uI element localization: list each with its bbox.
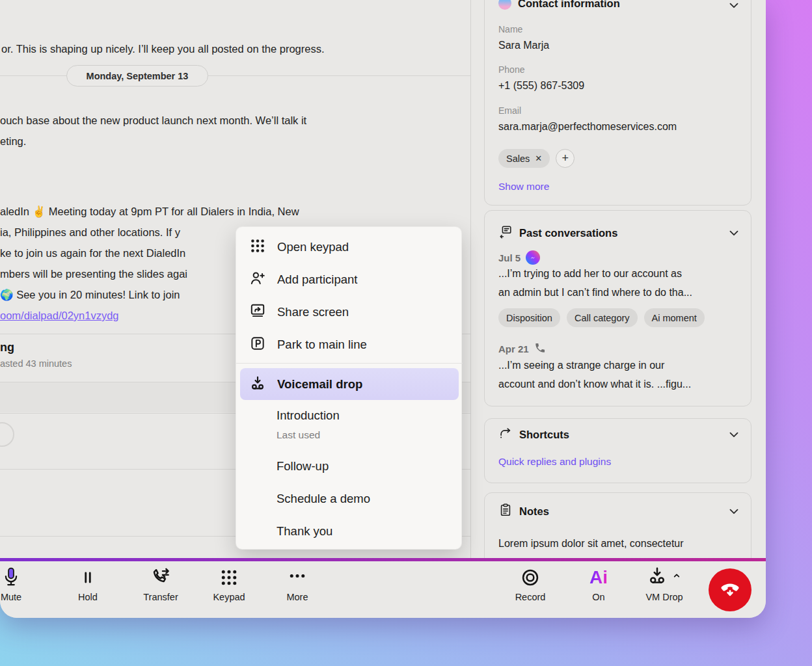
call-category-tag[interactable]: Call category: [567, 308, 638, 327]
phone-label: Phone: [498, 64, 524, 75]
contact-email: sara.marja@perfecthomeservices.com: [498, 121, 677, 133]
call-actions-menu: Open keypad Add participant Share screen…: [236, 226, 462, 550]
chat-message-line: ia, Philippines and other locations. If …: [0, 226, 180, 239]
menu-item-label: Voicemail drop: [277, 377, 362, 392]
conversation-preview[interactable]: account and don’t know what it is. ...fi…: [498, 379, 691, 390]
meeting-join-link[interactable]: oom/dialpad/02yn1vzydg: [0, 310, 119, 322]
avatar: [0, 422, 14, 447]
keypad-button[interactable]: Keypad: [204, 565, 254, 612]
button-label: Keypad: [213, 592, 245, 602]
voicemail-option-introduction[interactable]: Introduction: [277, 408, 340, 423]
hold-button[interactable]: Hold: [63, 565, 113, 612]
button-label: Hold: [78, 592, 98, 602]
chat-message-line: 🌍 See you in 20 minutes! Link to join: [0, 289, 180, 301]
disposition-tag[interactable]: Disposition: [498, 308, 560, 327]
menu-item-label: Add participant: [277, 273, 357, 287]
transfer-call-icon: [149, 565, 172, 590]
date-text: Jul 5: [498, 252, 521, 263]
chevron-down-icon[interactable]: [727, 226, 741, 243]
menu-divider: [236, 363, 463, 364]
callbar-accent-line: [0, 558, 766, 561]
chat-message-line: mbers will be presenting the slides agai: [0, 268, 187, 280]
notes-icon: [498, 503, 513, 520]
chat-message: or. This is shaping up nicely. I’ll keep…: [1, 43, 325, 55]
card-title: Notes: [519, 505, 549, 518]
contact-avatar: [498, 0, 511, 10]
shortcuts-icon: [498, 426, 513, 443]
chevron-down-icon[interactable]: [727, 504, 741, 521]
call-entry-title: ng: [0, 341, 14, 354]
past-conversations-icon: [498, 224, 513, 241]
ai-toggle-button[interactable]: Ai On: [574, 565, 623, 612]
date-text: Apr 21: [498, 343, 529, 354]
shortcuts-card: Shortcuts Quick replies and plugins: [484, 418, 751, 483]
vm-drop-button[interactable]: VM Drop: [632, 565, 697, 612]
voicemail-option-thank-you[interactable]: Thank you: [277, 524, 332, 539]
messenger-icon: [526, 250, 540, 265]
menu-item-label: Share screen: [277, 305, 349, 319]
ai-logo: Ai: [589, 565, 608, 590]
phone-call-icon: [534, 342, 546, 356]
notes-text-line[interactable]: Lorem ipsum dolor sit amet, consectetur: [498, 538, 684, 550]
conversation-preview[interactable]: ...I’m trying to add her to our account …: [498, 268, 682, 280]
voicemail-option-follow-up[interactable]: Follow-up: [277, 459, 329, 473]
add-participant-icon: [249, 270, 266, 289]
more-button[interactable]: More: [273, 565, 322, 612]
shortcuts-header[interactable]: Shortcuts: [498, 426, 569, 443]
end-call-button[interactable]: [709, 568, 751, 611]
mute-button[interactable]: Mute: [0, 565, 36, 612]
menu-item-add-participant[interactable]: Add participant: [249, 263, 357, 296]
menu-item-open-keypad[interactable]: Open keypad: [249, 231, 349, 263]
voicemail-drop-icon: [249, 375, 266, 394]
contact-information-header[interactable]: Contact information: [498, 0, 620, 10]
chat-message-line: ouch base about the new product launch n…: [0, 114, 306, 127]
notes-header[interactable]: Notes: [498, 503, 549, 520]
show-more-link[interactable]: Show more: [498, 181, 549, 193]
chevron-down-icon[interactable]: [727, 0, 741, 15]
add-tag-button[interactable]: +: [556, 149, 575, 168]
button-label: Mute: [1, 592, 21, 602]
past-conversations-header[interactable]: Past conversations: [498, 224, 617, 241]
record-button[interactable]: Record: [506, 565, 555, 612]
card-title: Contact information: [518, 0, 620, 10]
contact-phone: +1 (555) 867-5309: [498, 80, 584, 92]
voicemail-option-schedule-a-demo[interactable]: Schedule a demo: [277, 492, 370, 506]
button-label: On: [592, 592, 604, 602]
menu-item-park-to-main-line[interactable]: Park to main line: [249, 328, 367, 361]
date-divider: Monday, September 13: [66, 65, 208, 87]
card-title: Past conversations: [519, 227, 617, 239]
call-entry-duration: asted 43 minutes: [0, 358, 72, 369]
menu-item-label: Open keypad: [277, 240, 349, 254]
menu-item-share-screen[interactable]: Share screen: [249, 296, 349, 328]
ai-moment-tag[interactable]: Ai moment: [644, 308, 705, 327]
share-screen-icon: [249, 302, 266, 322]
card-title: Shortcuts: [519, 429, 569, 441]
microphone-icon: [1, 565, 21, 590]
pause-icon: [79, 565, 96, 590]
conversation-preview[interactable]: ...I’m seeing a strange charge in our: [498, 360, 664, 371]
quick-replies-link[interactable]: Quick replies and plugins: [498, 456, 611, 468]
conversation-preview[interactable]: an admin but I can’t find where to do th…: [498, 287, 692, 299]
chat-message-line: eting.: [0, 135, 26, 148]
voicemail-drop-icon: [647, 565, 668, 589]
remove-tag-icon[interactable]: ✕: [535, 153, 542, 163]
conversation-date: Apr 21: [498, 342, 546, 356]
chevron-down-icon[interactable]: [727, 427, 741, 444]
contact-name: Sara Marja: [498, 40, 549, 51]
chevron-up-icon[interactable]: [671, 570, 682, 583]
email-label: Email: [498, 105, 521, 116]
name-label: Name: [498, 24, 522, 34]
keypad-icon: [249, 237, 266, 257]
dialpad-call-window: or. This is shaping up nicely. I’ll keep…: [0, 0, 766, 618]
contact-tag[interactable]: Sales ✕: [498, 149, 550, 168]
button-label: More: [286, 592, 308, 602]
ellipsis-icon: [287, 565, 308, 590]
menu-item-voicemail-drop[interactable]: Voicemail drop: [240, 368, 459, 400]
contact-information-card: Contact information Name Sara Marja Phon…: [484, 0, 751, 206]
chat-message-line: aledIn ✌️ Meeting today at 9pm PT for al…: [0, 206, 299, 218]
transfer-button[interactable]: Transfer: [136, 565, 185, 612]
record-icon: [520, 565, 541, 590]
button-label: VM Drop: [645, 592, 683, 602]
menu-item-label: Park to main line: [277, 338, 367, 352]
past-conversations-card: Past conversations Jul 5 ...I’m trying t…: [484, 210, 751, 406]
